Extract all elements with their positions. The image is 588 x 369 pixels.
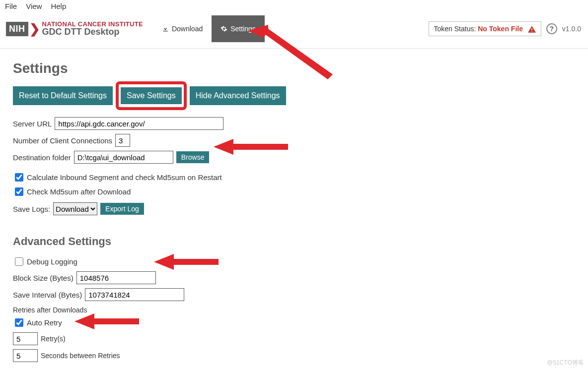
save-button[interactable]: Save Settings: [121, 87, 182, 104]
logo: NIH ❯ NATIONAL CANCER INSTITUTE GDC DTT …: [6, 21, 143, 37]
nav-settings[interactable]: Settings: [212, 15, 265, 42]
block-size-input[interactable]: [76, 271, 156, 284]
dest-row: Destination folder Browse: [13, 151, 575, 164]
logo-text: NATIONAL CANCER INSTITUTE GDC DTT Deskto…: [42, 21, 143, 37]
debug-label: Debug Logging: [27, 257, 77, 266]
save-interval-input[interactable]: [85, 288, 184, 301]
export-log-button[interactable]: Export Log: [100, 203, 144, 215]
client-conn-row: Number of Client Connections: [13, 134, 575, 147]
download-icon: [162, 25, 169, 32]
retry-count-input[interactable]: [13, 332, 38, 345]
gear-icon: [220, 25, 227, 32]
browse-button[interactable]: Browse: [176, 151, 210, 163]
header: NIH ❯ NATIONAL CANCER INSTITUTE GDC DTT …: [0, 12, 588, 49]
token-status-value: No Token File: [478, 25, 523, 33]
save-logs-select[interactable]: Download: [53, 202, 97, 215]
client-conn-input[interactable]: [115, 134, 130, 147]
retry-seconds-label: Seconds between Retries: [41, 352, 120, 360]
save-highlight: Save Settings: [116, 81, 187, 110]
chk-md5-restart[interactable]: [15, 173, 23, 182]
server-url-row: Server URL: [13, 117, 575, 130]
server-url-input[interactable]: [55, 117, 223, 130]
nav-download[interactable]: Download: [153, 15, 212, 42]
page-title: Settings: [13, 61, 575, 76]
nav: Download Settings: [153, 15, 265, 42]
version-label: v1.0.0: [562, 25, 581, 33]
save-logs-row: Save Logs: Download Export Log: [13, 202, 575, 215]
chk-md5-download-label: Check Md5sum after Download: [27, 187, 131, 196]
nav-download-label: Download: [172, 25, 203, 33]
save-interval-row: Save Interval (Bytes): [13, 288, 575, 301]
reset-button[interactable]: Reset to Default Settings: [13, 86, 113, 105]
save-logs-label: Save Logs:: [13, 205, 50, 213]
warning-icon: [528, 26, 536, 33]
retries-label: Retries after Downloads: [13, 306, 575, 314]
logo-line2: GDC DTT Desktop: [42, 27, 143, 37]
debug-row: Debug Logging: [13, 256, 575, 267]
help-button[interactable]: ?: [546, 23, 557, 34]
logo-line1: NATIONAL CANCER INSTITUTE: [42, 21, 143, 28]
chk-md5-download[interactable]: [15, 187, 23, 196]
retry-seconds-row: Seconds between Retries: [13, 349, 575, 362]
nav-settings-label: Settings: [230, 25, 256, 33]
save-interval-label: Save Interval (Bytes): [13, 291, 82, 299]
client-conn-label: Number of Client Connections: [13, 136, 112, 145]
server-url-label: Server URL: [13, 120, 52, 128]
menubar: File View Help: [0, 0, 588, 12]
retry-count-row: Retry(s): [13, 332, 575, 345]
dest-label: Destination folder: [13, 153, 71, 162]
dest-input[interactable]: [74, 151, 173, 164]
advanced-title: Advanced Settings: [13, 235, 575, 248]
chk-auto-retry[interactable]: [15, 318, 23, 327]
chk-md5-restart-label: Calculate Inbound Segment and check Md5s…: [27, 173, 222, 182]
auto-retry-label: Auto Retry: [27, 318, 62, 327]
token-status: Token Status: No Token File: [429, 21, 541, 36]
hide-advanced-button[interactable]: Hide Advanced Settings: [190, 86, 286, 105]
block-size-label: Block Size (Bytes): [13, 274, 74, 282]
settings-button-row: Reset to Default Settings Save Settings …: [13, 86, 575, 105]
watermark: @51CTO博客: [547, 359, 584, 367]
auto-retry-row: Auto Retry: [13, 317, 575, 328]
menu-help[interactable]: Help: [51, 2, 66, 10]
chk-md5-download-row: Check Md5sum after Download: [13, 186, 575, 197]
retry-unit-label: Retry(s): [41, 335, 66, 343]
header-right: Token Status: No Token File ? v1.0.0: [429, 21, 582, 36]
menu-file[interactable]: File: [5, 2, 17, 10]
content: Settings Reset to Default Settings Save …: [0, 49, 588, 362]
retry-seconds-input[interactable]: [13, 349, 38, 362]
nih-chevron-icon: ❯: [29, 21, 40, 37]
menu-view[interactable]: View: [26, 2, 42, 10]
token-status-label: Token Status:: [434, 25, 478, 33]
block-size-row: Block Size (Bytes): [13, 271, 575, 284]
nih-badge: NIH: [6, 22, 28, 36]
chk-md5-restart-row: Calculate Inbound Segment and check Md5s…: [13, 172, 575, 183]
chk-debug[interactable]: [15, 257, 23, 266]
